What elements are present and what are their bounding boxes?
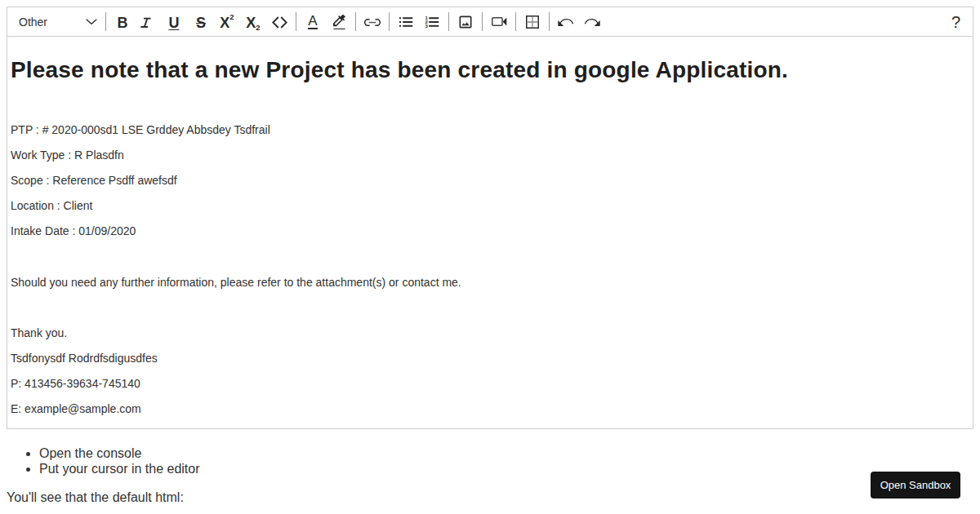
svg-text:3: 3 (425, 24, 428, 29)
